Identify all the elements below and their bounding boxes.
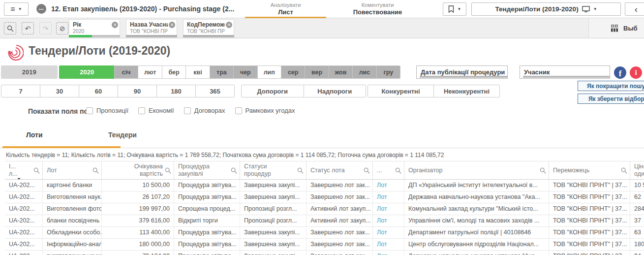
- period-button[interactable]: 180: [156, 85, 195, 97]
- tab-lots[interactable]: Лоти: [26, 131, 43, 139]
- column-header[interactable]: Цінаоди: [630, 161, 644, 179]
- month-button[interactable]: січ: [115, 66, 138, 78]
- step-forward-button[interactable]: ↷: [39, 22, 52, 34]
- bi-logo: bi: [4, 41, 24, 61]
- lot-link[interactable]: Лот: [373, 191, 404, 203]
- field-checkbox[interactable]: Договорах: [184, 107, 225, 114]
- year-button[interactable]: 2019: [1, 65, 58, 79]
- lot-link[interactable]: Лот: [373, 251, 404, 255]
- search-icon[interactable]: [364, 167, 370, 174]
- month-button[interactable]: кві: [185, 66, 209, 78]
- clear-selections-button[interactable]: ⊘: [56, 22, 68, 34]
- smart-search-button[interactable]: [4, 22, 16, 34]
- period-button[interactable]: 90: [118, 85, 156, 97]
- column-header[interactable]: Очікуванавартість: [102, 161, 174, 179]
- period-label: 7: [19, 88, 22, 95]
- period-button[interactable]: 30: [40, 85, 79, 97]
- filter-chip[interactable]: КодПереможець ТОВ "КОНВІ ПРІНТ" ... ✕: [183, 19, 234, 37]
- competition-button[interactable]: Конкурентні: [368, 85, 433, 97]
- mode-tab[interactable]: Аналізувати Лист: [245, 0, 326, 18]
- sheet-selector-button[interactable]: Тендери/Лоти (2019-2020) ▼: [471, 2, 621, 16]
- sheet-selector-label: Тендери/Лоти (2019-2020): [495, 5, 578, 13]
- filter-chip-value: ТОВ "КОНВІ ПРІНТ" ...: [130, 28, 168, 34]
- mode-tab-label: Повествование: [353, 8, 402, 16]
- month-button[interactable]: бер: [162, 66, 185, 78]
- bookmarks-button[interactable]: ▼: [443, 2, 466, 16]
- search-icon[interactable]: [297, 167, 304, 174]
- step-back-button[interactable]: ↶: [22, 22, 34, 34]
- selections-tool-button[interactable]: Выб: [588, 18, 644, 38]
- month-button[interactable]: чер: [233, 66, 257, 78]
- year-button[interactable]: 2020: [59, 65, 116, 79]
- month-button[interactable]: сер: [281, 66, 305, 78]
- month-button[interactable]: вер: [305, 66, 328, 78]
- month-button[interactable]: лис: [352, 66, 376, 78]
- instagram-icon[interactable]: i: [630, 66, 642, 79]
- save-selections-button[interactable]: Як зберегти відбори: [578, 94, 644, 104]
- improve-search-button[interactable]: Як покращити пошук: [578, 81, 644, 91]
- lot-link[interactable]: Лот: [373, 180, 404, 191]
- field-checkbox[interactable]: Економії: [138, 107, 174, 114]
- checkbox-unchecked-icon[interactable]: [184, 107, 191, 114]
- clear-filter-icon[interactable]: ✕: [169, 22, 175, 28]
- period-button[interactable]: 60: [79, 85, 118, 97]
- filter-chip[interactable]: Рік 2020 ✕: [69, 19, 120, 37]
- month-button[interactable]: лип: [257, 66, 281, 78]
- field-checkbox[interactable]: Рамкових угодах: [235, 107, 295, 114]
- month-button[interactable]: жов: [329, 66, 352, 78]
- checkbox-unchecked-icon[interactable]: [235, 107, 242, 114]
- selections-tool-icon: [611, 25, 618, 32]
- search-icon[interactable]: [540, 167, 546, 174]
- column-header[interactable]: І...л...▼: [5, 161, 43, 179]
- column-header-label: Процедуразакупівлі: [178, 163, 210, 178]
- clear-icon: ⊘: [60, 25, 65, 32]
- tab-tenders[interactable]: Тендери: [108, 131, 137, 139]
- search-icon[interactable]: [395, 167, 401, 174]
- mode-tab[interactable]: Коментувати Повествование: [337, 0, 418, 18]
- month-button[interactable]: лют: [138, 66, 161, 78]
- publication-date-listbox[interactable]: Дата публікації процедури: [416, 65, 508, 79]
- lot-link[interactable]: Лот: [373, 239, 404, 250]
- facebook-icon[interactable]: f: [614, 66, 626, 79]
- table-header: І...л...▼ЛотОчікуванавартістьПроцедураза…: [5, 161, 644, 180]
- search-icon[interactable]: [92, 167, 99, 174]
- previous-sheet-button[interactable]: ‹: [625, 2, 644, 16]
- table-cell: 63: [630, 227, 644, 238]
- threshold-button[interactable]: Допороги: [242, 85, 304, 97]
- column-header[interactable]: Лот: [43, 161, 102, 179]
- search-icon[interactable]: [33, 167, 40, 174]
- table-cell: Пропозиції розгл...: [240, 215, 307, 226]
- listbox-scrollbar[interactable]: [523, 76, 610, 78]
- field-checkbox[interactable]: Пропозиції: [86, 107, 128, 114]
- competition-label: Конкурентні: [381, 88, 420, 95]
- checkbox-unchecked-icon[interactable]: [86, 107, 93, 114]
- period-button[interactable]: 7: [1, 85, 40, 97]
- period-button[interactable]: 365: [195, 85, 234, 97]
- clear-filter-icon[interactable]: ✕: [112, 22, 118, 28]
- lot-link[interactable]: Лот: [373, 215, 404, 226]
- global-menu-button[interactable]: ≡ ▼: [4, 2, 29, 16]
- search-icon[interactable]: [165, 167, 171, 174]
- column-header[interactable]: Переможець: [549, 161, 630, 179]
- participant-listbox[interactable]: Учасник: [520, 65, 610, 79]
- column-header[interactable]: Статус лота: [307, 161, 373, 179]
- column-header-label: І...л...: [9, 163, 18, 178]
- listbox-scrollbar[interactable]: [420, 76, 507, 78]
- month-button[interactable]: гру: [376, 66, 400, 78]
- column-header[interactable]: ...: [373, 161, 404, 179]
- lot-link[interactable]: Лот: [373, 203, 404, 215]
- checkbox-unchecked-icon[interactable]: [138, 107, 145, 114]
- column-header[interactable]: Процедуразакупівлі: [174, 161, 240, 179]
- competition-button[interactable]: Неконкурентні: [433, 85, 499, 97]
- search-icon[interactable]: [621, 167, 627, 174]
- column-header[interactable]: Організатор: [404, 161, 549, 179]
- clear-filter-icon[interactable]: ✕: [226, 22, 232, 28]
- threshold-button[interactable]: Надпороги: [304, 85, 366, 97]
- search-icon[interactable]: [231, 167, 237, 174]
- month-button[interactable]: тра: [210, 66, 233, 78]
- filter-chip[interactable]: Назва Учасника... ТОВ "КОНВІ ПРІНТ" ... …: [126, 19, 177, 37]
- table-cell: 10 5: [630, 180, 644, 191]
- column-header[interactable]: Статусипроцедур: [240, 161, 307, 179]
- top-bar: ≡ ▼ ••• 12. Етап закупівель (2019-2020) …: [0, 0, 644, 18]
- lot-link[interactable]: Лот: [373, 227, 404, 238]
